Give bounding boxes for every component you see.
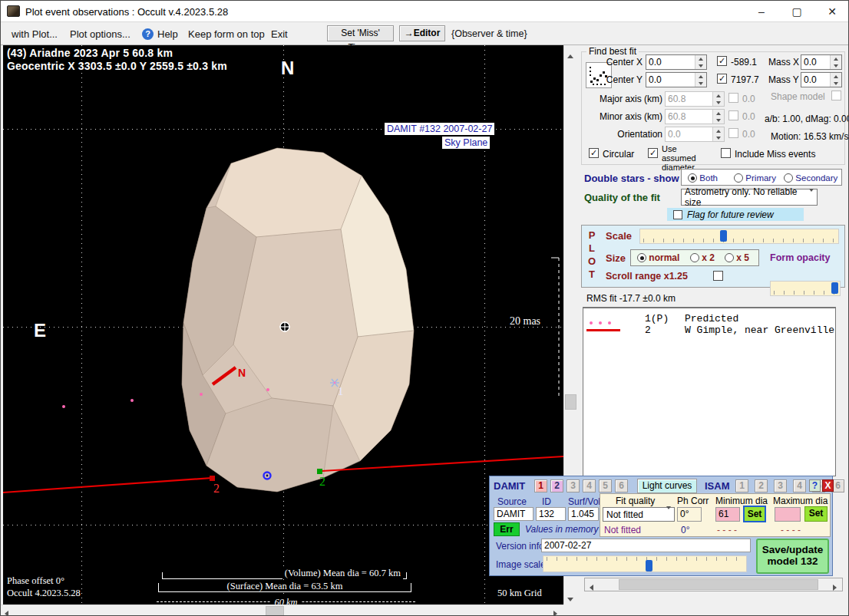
double-both-radio[interactable]: Both: [688, 173, 718, 183]
menu-plot-options[interactable]: Plot options...: [70, 28, 130, 40]
orientation-value[interactable]: 0.0: [666, 127, 712, 141]
image-scale-slider[interactable]: [543, 555, 747, 572]
mass-x-spin-icons[interactable]: [830, 55, 841, 69]
center-y-spin-icons[interactable]: [695, 73, 706, 87]
north-label: N: [281, 58, 294, 79]
fit-x-checkbox[interactable]: ✓: [717, 56, 727, 66]
isam-model-3-button[interactable]: 3: [774, 479, 787, 492]
surfvol-value[interactable]: 1.045: [568, 507, 599, 521]
scale-slider[interactable]: [639, 229, 839, 244]
panel-scroll-right-icon[interactable]: [833, 582, 837, 593]
size-x5-radio[interactable]: x 5: [725, 252, 749, 263]
set-miss-times-button[interactable]: Set 'Miss' Times: [327, 25, 394, 41]
damit-model-2-button[interactable]: 2: [550, 479, 563, 492]
minimize-button[interactable]: –: [744, 1, 779, 22]
damit-help-button[interactable]: ?: [809, 479, 821, 492]
flag-review-checkbox[interactable]: [673, 210, 682, 219]
vertical-scroll-thumb[interactable]: [565, 394, 576, 410]
minor-axis-spin-icons[interactable]: [712, 110, 724, 124]
min-dia-value[interactable]: 61: [715, 507, 740, 522]
horizontal-scroll-thumb[interactable]: [266, 606, 284, 616]
image-scale-thumb[interactable]: [646, 560, 652, 572]
double-secondary-radio[interactable]: Secondary: [784, 173, 837, 183]
mass-y-spinner[interactable]: 0.0: [801, 72, 842, 87]
menu-exit[interactable]: Exit: [271, 28, 288, 40]
damit-model-1-button[interactable]: 1: [534, 479, 547, 492]
scroll-range-checkbox[interactable]: [713, 271, 723, 281]
panel-scroll-left-icon[interactable]: [590, 582, 593, 593]
damit-model-5-button[interactable]: 5: [599, 479, 612, 492]
form-opacity-thumb[interactable]: [831, 282, 838, 294]
quality-dropdown[interactable]: Astrometry only. No reliable size: [681, 189, 818, 206]
plot-horizontal-scrollbar[interactable]: [1, 604, 563, 616]
max-dia-set-button[interactable]: Set: [804, 506, 828, 522]
major-axis-spinner[interactable]: 60.8: [665, 91, 725, 107]
orientation-spinner[interactable]: 0.0: [665, 127, 725, 142]
fit-quality-arrow-icon: [666, 509, 671, 520]
shape-model-checkbox[interactable]: [831, 91, 841, 100]
double-primary-radio[interactable]: Primary: [734, 173, 776, 183]
center-x-spinner[interactable]: 0.0: [646, 54, 707, 70]
center-y-spinner[interactable]: 0.0: [646, 72, 707, 87]
size-x2-radio[interactable]: x 2: [690, 252, 715, 263]
fit-quality-dropdown[interactable]: Not fitted: [603, 507, 675, 522]
use-assumed-checkbox[interactable]: ✓: [648, 148, 658, 158]
scroll-down-icon[interactable]: [567, 593, 573, 604]
menu-help[interactable]: Help: [157, 28, 178, 40]
circular-checkbox[interactable]: ✓: [589, 148, 599, 158]
min-dia-set-button[interactable]: Set: [743, 506, 766, 522]
id-value[interactable]: 132: [536, 507, 566, 521]
fit-y-checkbox[interactable]: ✓: [717, 74, 727, 84]
legend-item[interactable]: 2W Gimple, near Greenville: [645, 324, 834, 336]
major-axis-value[interactable]: 60.8: [666, 92, 712, 106]
size-normal-radio[interactable]: normal: [637, 252, 679, 263]
scroll-up-icon[interactable]: [567, 50, 573, 61]
scroll-left-icon[interactable]: [5, 608, 8, 616]
save-update-model-button[interactable]: Save/update model 132: [756, 539, 829, 574]
damit-model-6-button[interactable]: 6: [615, 479, 628, 492]
err-button[interactable]: Err: [494, 522, 520, 536]
center-x-value[interactable]: 0.0: [646, 55, 695, 69]
isam-model-2-button[interactable]: 2: [755, 479, 768, 492]
fit-minor-checkbox[interactable]: [728, 110, 738, 120]
source-value[interactable]: DAMIT: [494, 507, 534, 521]
panel-horizontal-scrollbar[interactable]: [584, 578, 843, 591]
version-info-value[interactable]: 2007-02-27: [541, 539, 751, 552]
major-axis-spin-icons[interactable]: [712, 92, 724, 106]
isam-model-4-button[interactable]: 4: [793, 479, 806, 492]
fit-major-checkbox[interactable]: [728, 93, 738, 103]
isam-model-1-button[interactable]: 1: [735, 479, 748, 492]
include-miss-checkbox[interactable]: [721, 148, 731, 158]
scroll-right-icon[interactable]: [553, 608, 557, 616]
mass-x-spinner[interactable]: 0.0: [801, 54, 842, 70]
minor-axis-spinner[interactable]: 60.8: [665, 109, 725, 124]
menu-keep-on-top[interactable]: Keep form on top: [188, 28, 265, 40]
chord-legend-list[interactable]: 1(P)Predicted 2W Gimple, near Greenville: [583, 307, 836, 476]
maximize-button[interactable]: ▢: [779, 1, 814, 22]
damit-tag: DAMIT #132 2007-02-27: [385, 123, 494, 135]
panel-scroll-thumb[interactable]: [619, 579, 818, 590]
damit-close-button[interactable]: X: [822, 479, 834, 492]
form-opacity-slider[interactable]: [770, 281, 841, 296]
orientation-spin-icons[interactable]: [712, 127, 724, 141]
light-curves-button[interactable]: Light curves: [637, 479, 697, 493]
legend-item[interactable]: 1(P)Predicted: [645, 313, 738, 324]
mass-x-value[interactable]: 0.0: [801, 55, 830, 69]
asteroid-outline: [182, 148, 414, 492]
mass-y-spin-icons[interactable]: [830, 73, 841, 87]
editor-button[interactable]: →Editor: [399, 25, 445, 41]
center-x-spin-icons[interactable]: [695, 55, 706, 69]
minor-axis-value[interactable]: 60.8: [666, 110, 712, 124]
scale-slider-thumb[interactable]: [720, 230, 727, 242]
sky-plane-plot[interactable]: 2 2 N 1 (43: [3, 45, 563, 604]
damit-model-4-button[interactable]: 4: [583, 479, 596, 492]
close-button[interactable]: ✕: [814, 1, 849, 22]
fit-orientation-checkbox[interactable]: [728, 128, 738, 138]
center-y-value[interactable]: 0.0: [646, 73, 695, 87]
damit-model-3-button[interactable]: 3: [567, 479, 580, 492]
ph-corr-value[interactable]: 0°: [677, 507, 702, 522]
mass-y-value[interactable]: 0.0: [801, 73, 830, 87]
memory-ph-corr: 0°: [681, 525, 689, 535]
menu-with-plot[interactable]: with Plot...: [12, 28, 58, 40]
max-dia-value[interactable]: [775, 507, 801, 522]
